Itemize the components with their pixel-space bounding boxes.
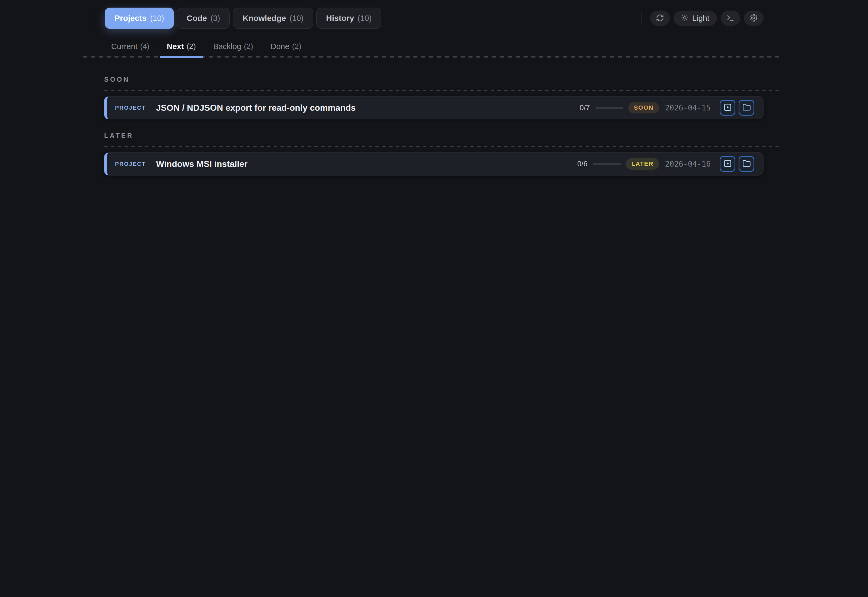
section-dashed-divider xyxy=(104,90,781,91)
section-later: LATER PROJECT Windows MSI installer 0/6 … xyxy=(104,132,781,175)
status-badge: SOON xyxy=(628,102,659,113)
subtab-done-label: Done xyxy=(270,42,289,51)
project-date: 2026-04-16 xyxy=(665,160,711,169)
tab-projects-count: (10) xyxy=(150,14,164,23)
refresh-button[interactable] xyxy=(650,10,670,26)
status-badge: LATER xyxy=(626,158,659,169)
sub-nav: Current (4) Next (2) Backlog (2) Done (2… xyxy=(83,29,781,58)
folder-icon xyxy=(742,159,751,169)
sub-tabs: Current (4) Next (2) Backlog (2) Done (2… xyxy=(111,42,301,51)
terminal-button[interactable] xyxy=(721,10,740,26)
refresh-icon xyxy=(656,14,664,23)
project-card[interactable]: PROJECT Windows MSI installer 0/6 LATER … xyxy=(104,152,764,175)
progress-bar xyxy=(595,107,623,109)
section-dashed-divider xyxy=(104,146,781,147)
tab-history-count: (10) xyxy=(357,14,372,23)
tab-projects-label: Projects xyxy=(114,13,147,23)
tab-knowledge[interactable]: Knowledge (10) xyxy=(233,7,313,29)
app-root: Projects (10) Code (3) Knowledge (10) Hi… xyxy=(0,0,868,597)
theme-toggle-label: Light xyxy=(692,14,710,23)
project-card[interactable]: PROJECT JSON / NDJSON export for read-on… xyxy=(104,96,764,119)
progress-bar xyxy=(593,163,621,165)
subtab-done-count: (2) xyxy=(292,42,301,51)
progress-count: 0/7 xyxy=(580,104,590,112)
settings-button[interactable] xyxy=(744,10,764,26)
subtab-current-count: (4) xyxy=(140,42,150,51)
subtab-next[interactable]: Next (2) xyxy=(167,42,196,51)
play-square-icon xyxy=(723,159,732,169)
run-project-button[interactable] xyxy=(720,156,735,172)
primary-tabs: Projects (10) Code (3) Knowledge (10) Hi… xyxy=(105,7,381,29)
project-kind-label: PROJECT xyxy=(115,160,146,167)
play-square-icon xyxy=(723,103,732,112)
progress-count: 0/6 xyxy=(577,160,588,168)
tab-code[interactable]: Code (3) xyxy=(177,7,230,29)
subtab-current[interactable]: Current (4) xyxy=(111,42,150,51)
subtab-backlog[interactable]: Backlog (2) xyxy=(213,42,253,51)
terminal-icon xyxy=(726,14,735,23)
subtab-backlog-count: (2) xyxy=(244,42,253,51)
sun-icon xyxy=(681,14,689,22)
section-heading: SOON xyxy=(104,76,781,83)
folder-icon xyxy=(742,103,751,112)
subtab-done[interactable]: Done (2) xyxy=(270,42,301,51)
subtab-next-count: (2) xyxy=(187,42,196,51)
project-list: SOON PROJECT JSON / NDJSON export for re… xyxy=(0,76,868,175)
open-folder-button[interactable] xyxy=(739,100,754,116)
section-heading: LATER xyxy=(104,132,781,140)
gear-icon xyxy=(750,14,758,23)
tab-code-count: (3) xyxy=(210,14,220,23)
tab-knowledge-count: (10) xyxy=(289,14,304,23)
theme-toggle-button[interactable]: Light xyxy=(674,10,717,26)
controls-divider xyxy=(641,11,641,25)
project-date: 2026-04-15 xyxy=(665,103,711,112)
section-soon: SOON PROJECT JSON / NDJSON export for re… xyxy=(104,76,781,119)
subtab-next-label: Next xyxy=(167,42,184,51)
tab-knowledge-label: Knowledge xyxy=(243,13,286,23)
open-folder-button[interactable] xyxy=(739,156,754,172)
tab-history[interactable]: History (10) xyxy=(316,7,381,29)
subtab-backlog-label: Backlog xyxy=(213,42,241,51)
tab-history-label: History xyxy=(326,13,354,23)
top-controls: Light xyxy=(641,10,764,26)
project-title: JSON / NDJSON export for read-only comma… xyxy=(156,103,355,113)
subtab-current-label: Current xyxy=(111,42,138,51)
top-bar: Projects (10) Code (3) Knowledge (10) Hi… xyxy=(0,0,868,29)
project-kind-label: PROJECT xyxy=(115,104,146,111)
project-title: Windows MSI installer xyxy=(156,159,247,169)
tab-projects[interactable]: Projects (10) xyxy=(105,7,174,29)
run-project-button[interactable] xyxy=(720,100,735,116)
tab-code-label: Code xyxy=(187,13,207,23)
